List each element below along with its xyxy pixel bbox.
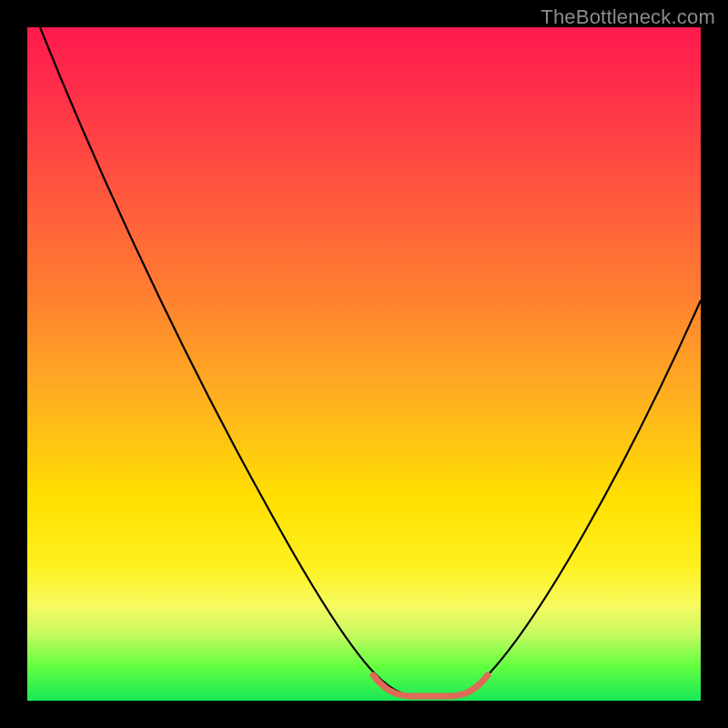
chart-plot-area: [27, 27, 701, 701]
chart-svg: [27, 27, 701, 701]
bottleneck-curve-path: [40, 27, 701, 696]
outer-frame: TheBottleneck.com: [0, 0, 728, 728]
optimal-range-path: [373, 675, 488, 696]
watermark-text: TheBottleneck.com: [541, 5, 715, 29]
